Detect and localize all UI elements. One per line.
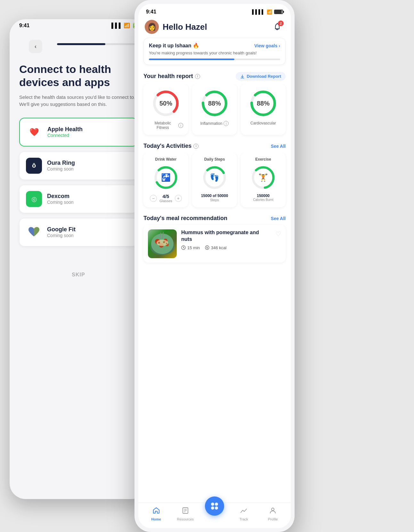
exercise-ring: 🏋️ — [250, 165, 276, 190]
nav-fab[interactable] — [200, 506, 229, 516]
meal-info: Hummus with pomegranate and nuts 15 min — [181, 229, 271, 250]
svg-point-32 — [215, 503, 218, 506]
daily-steps-icon: 👣 — [210, 173, 219, 182]
oura-ring-icon: ō — [26, 158, 42, 174]
skip-button[interactable]: SKIP — [10, 272, 147, 278]
status-bar-front: 9:41 ▌▌▌▌ 📶 — [138, 4, 291, 17]
download-report-label: Download Report — [247, 74, 281, 79]
home-label: Home — [151, 517, 161, 521]
profile-label: Profile — [268, 517, 278, 521]
meal-image — [148, 229, 177, 258]
metric-card-inflammation: 88% Inflammation i — [192, 84, 237, 135]
home-icon — [152, 507, 160, 516]
meal-title: Today's meal recommendation — [143, 215, 227, 222]
resources-icon — [182, 507, 189, 516]
svg-point-34 — [215, 506, 218, 510]
bottom-nav: Home Resources — [138, 503, 291, 528]
status-icons-front: ▌▌▌▌ 📶 — [252, 9, 283, 14]
greeting: Hello Hazel — [163, 22, 207, 32]
inflammation-info-icon[interactable]: i — [223, 121, 229, 126]
nav-track[interactable]: Track — [229, 507, 258, 521]
google-fit-info: Google Fit Coming soon — [47, 226, 131, 238]
nav-home[interactable]: Home — [142, 507, 171, 521]
health-report-info-icon[interactable]: i — [195, 74, 200, 79]
health-report-title: Your health report i — [143, 73, 200, 80]
daily-steps-title: Daily Steps — [204, 157, 225, 162]
avatar: 👩 — [145, 20, 159, 34]
metabolic-info-icon[interactable]: i — [178, 123, 183, 128]
time-back: 9:41 — [19, 23, 29, 28]
meal-see-all[interactable]: See All — [271, 216, 286, 221]
activities-see-all[interactable]: See All — [271, 144, 286, 149]
metabolic-value: 50% — [159, 100, 172, 107]
cardiovascular-value: 88% — [257, 100, 270, 107]
drink-water-icon: 🚰 — [161, 173, 171, 182]
connect-title: Connect to health devices and apps — [19, 63, 138, 89]
drink-water-title: Drink Water — [155, 157, 177, 162]
metrics-row: 50% Metabolic Fitness i 88% Inflamma — [138, 84, 291, 140]
drink-water-value: 4/5 Glasses — [159, 194, 172, 203]
drink-water-minus[interactable]: − — [150, 195, 157, 202]
fab-button[interactable] — [205, 496, 224, 516]
back-phone: 9:41 ▌▌▌ 📶 🔋 ‹ Connect to health devices… — [10, 19, 147, 499]
notification-button[interactable]: 2 — [270, 20, 284, 34]
track-label: Track — [239, 517, 248, 521]
nav-resources[interactable]: Resources — [171, 507, 200, 521]
drink-water-plus[interactable]: + — [175, 195, 182, 202]
activity-daily-steps: Daily Steps 👣 15000 of 50000 Steps — [192, 153, 237, 207]
device-card-dexcom[interactable]: ◎ Dexcom Coming soon — [19, 185, 138, 213]
dashboard-header: 👩 Hello Hazel 2 — [138, 17, 291, 38]
activities-info-icon[interactable]: i — [193, 144, 199, 149]
oura-ring-info: Oura Ring Coming soon — [47, 160, 131, 171]
wifi-icon: 📶 — [267, 9, 272, 14]
resources-label: Resources — [177, 517, 194, 521]
svg-point-21 — [163, 241, 165, 243]
inflammation-value: 88% — [208, 100, 221, 107]
meal-time: 15 min — [181, 245, 200, 250]
battery-icon — [274, 10, 283, 14]
svg-point-35 — [272, 508, 274, 511]
motivation-text: You're making progress towards your chro… — [149, 51, 280, 55]
metric-card-cardiovascular: 88% Cardiovascular — [241, 84, 286, 135]
dexcom-icon: ◎ — [26, 191, 42, 207]
device-card-apple-health[interactable]: ❤️ Apple Health Connected — [19, 118, 138, 147]
motivation-top: Keep it up Ishaan 🔥 View goals › — [149, 43, 280, 49]
motivation-progress-bar — [149, 59, 280, 60]
status-icons-back: ▌▌▌ 📶 🔋 — [111, 22, 138, 28]
connect-subtitle: Select the health data sources you'd lik… — [19, 94, 138, 108]
cardiovascular-label: Cardiovascular — [250, 121, 276, 125]
apple-health-info: Apple Health Connected — [47, 126, 131, 138]
motivation-card: Keep it up Ishaan 🔥 View goals › You're … — [143, 38, 286, 65]
notification-badge: 2 — [278, 20, 284, 26]
user-info: 👩 Hello Hazel — [145, 20, 207, 34]
device-card-oura-ring[interactable]: ō Oura Ring Coming soon — [19, 152, 138, 180]
progress-bar — [57, 43, 105, 45]
daily-steps-ring: 👣 — [202, 165, 227, 190]
meal-card: Hummus with pomegranate and nuts 15 min — [143, 225, 286, 263]
exercise-icon: 🏋️ — [258, 173, 268, 182]
svg-point-26 — [205, 246, 209, 250]
nav-profile[interactable]: Profile — [258, 507, 288, 521]
view-goals-link[interactable]: View goals › — [254, 43, 280, 48]
track-icon — [240, 507, 248, 516]
meal-calories: 346 kcal — [205, 245, 226, 250]
meal-meta: 15 min 346 kcal — [181, 245, 271, 250]
download-report-button[interactable]: Download Report — [236, 72, 286, 81]
dexcom-status: Coming soon — [47, 200, 131, 205]
apple-health-icon: ❤️ — [26, 124, 42, 140]
front-phone-inner: 9:41 ▌▌▌▌ 📶 👩 Hello Hazel 2 — [138, 4, 291, 528]
metabolic-label: Metabolic Fitness i — [149, 121, 183, 130]
inflammation-label: Inflammation i — [200, 121, 229, 126]
flame-icon — [205, 245, 209, 250]
drink-water-ring: 🚰 — [153, 165, 179, 190]
google-fit-status: Coming soon — [47, 233, 131, 238]
google-fit-name: Google Fit — [47, 226, 131, 233]
favorite-icon[interactable]: ♡ — [275, 230, 281, 238]
meal-name: Hummus with pomegranate and nuts — [181, 229, 271, 243]
motivation-progress-fill — [149, 59, 234, 60]
drink-water-controls: − 4/5 Glasses + — [150, 194, 182, 203]
back-button[interactable]: ‹ — [29, 40, 42, 53]
donut-inflammation: 88% — [200, 89, 229, 118]
svg-point-33 — [211, 506, 214, 510]
device-card-google-fit[interactable]: Google Fit Coming soon — [19, 218, 138, 246]
